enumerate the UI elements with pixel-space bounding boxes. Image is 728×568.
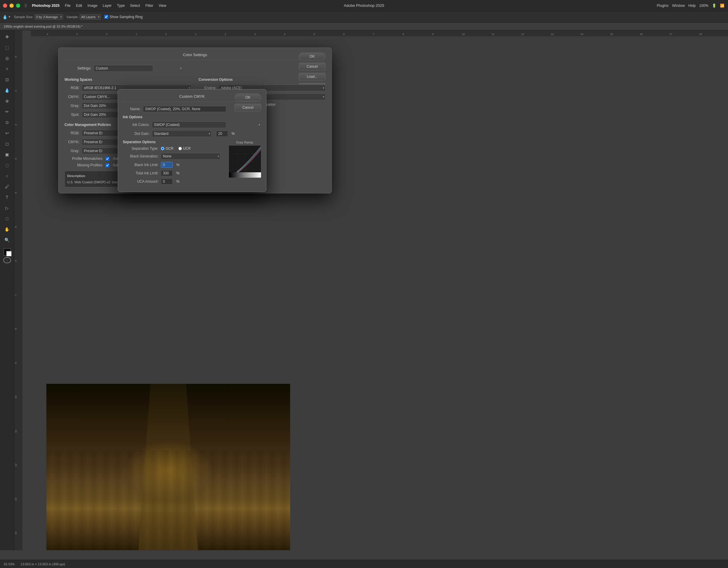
history-brush[interactable]: ↩ bbox=[2, 128, 12, 138]
profile-mismatches-checkbox[interactable] bbox=[106, 157, 109, 161]
menu-layer[interactable]: Layer bbox=[103, 4, 112, 8]
sample-size-select[interactable]: 3 by 3 Average bbox=[34, 14, 63, 20]
black-gen-row: Black Generation: None bbox=[123, 153, 224, 160]
black-ink-limit-row: Black Ink Limit: % bbox=[123, 162, 224, 168]
minimize-button[interactable] bbox=[10, 4, 14, 8]
rgb-policy-label: RGB: bbox=[65, 131, 79, 135]
ok-button[interactable]: OK bbox=[299, 53, 326, 60]
ink-options-title: Ink Options bbox=[123, 115, 261, 119]
crop-tool[interactable]: ⊡ bbox=[2, 75, 12, 84]
ucr-radio[interactable] bbox=[178, 147, 182, 150]
sampling-ring-label: Show Sampling Ring bbox=[109, 15, 142, 19]
titlebar:  Photoshop 2025 File Edit Image Layer T… bbox=[0, 0, 728, 11]
text-tool[interactable]: T bbox=[2, 193, 12, 202]
dot-gain-value-input[interactable] bbox=[216, 131, 228, 137]
menu-edit[interactable]: Edit bbox=[76, 4, 82, 8]
move-tool[interactable]: ✥ bbox=[2, 32, 12, 42]
blur-tool[interactable]: ◌ bbox=[2, 161, 12, 170]
sep-type-radio-group[interactable]: GCR UCR bbox=[161, 147, 191, 151]
status-bar: 33.33% 13.653 in × 13.653 in (300 ppi) bbox=[0, 560, 728, 568]
cancel-button[interactable]: Cancel bbox=[299, 63, 326, 70]
sampling-ring-checkbox-group[interactable]: Show Sampling Ring bbox=[104, 15, 142, 19]
ruler-left: 0 1 2 3 4 5 6 7 8 9 10 11 12 13 14 bbox=[14, 39, 23, 550]
zoom-tool[interactable]: 🔍 bbox=[2, 235, 12, 245]
zoom-level: 100% bbox=[699, 4, 708, 8]
total-ink-limit-row: Total Ink Limit: % bbox=[123, 170, 224, 176]
dodge-tool[interactable]: ○ bbox=[2, 171, 12, 181]
cmyk-cancel-button[interactable]: Cancel bbox=[235, 104, 261, 111]
hand-tool[interactable]: ✋ bbox=[2, 225, 12, 234]
traffic-lights[interactable] bbox=[3, 4, 20, 8]
eyedropper-tool[interactable]: 💧 bbox=[2, 86, 12, 95]
cmyk-name-label: Name: bbox=[123, 107, 141, 111]
total-ink-limit-input[interactable] bbox=[161, 170, 173, 176]
cmyk-name-input[interactable] bbox=[143, 106, 226, 112]
eraser-tool[interactable]: ◻ bbox=[2, 139, 12, 149]
select-tool[interactable]: ⬚ bbox=[2, 43, 12, 52]
profile-mismatches-label: Profile Mismatches: bbox=[65, 157, 103, 161]
menu-select[interactable]: Select bbox=[130, 4, 140, 8]
settings-label: Settings: bbox=[65, 66, 91, 70]
sampling-ring-checkbox[interactable] bbox=[104, 15, 108, 19]
help-menu[interactable]: Help bbox=[688, 4, 696, 8]
quick-mask[interactable]: ○ bbox=[3, 257, 11, 263]
window-title: Adobe Photoshop 2025 bbox=[344, 3, 384, 8]
black-ink-limit-input[interactable] bbox=[161, 162, 173, 168]
canvas-viewport[interactable]: Color Settings OK Cancel Load... Save...… bbox=[23, 39, 728, 550]
black-ink-pct: % bbox=[176, 163, 180, 167]
gradient-tool[interactable]: ▣ bbox=[2, 150, 12, 159]
dot-gain-pct: % bbox=[232, 132, 235, 136]
total-ink-limit-label: Total Ink Limit: bbox=[123, 171, 158, 175]
plugins-menu[interactable]: Plugins bbox=[657, 4, 669, 8]
maximize-button[interactable] bbox=[16, 4, 20, 8]
shape-tool[interactable]: □ bbox=[2, 214, 12, 224]
uca-pct: % bbox=[176, 180, 180, 184]
ucr-label: UCR bbox=[183, 147, 191, 151]
canvas-area: 4 3 2 1 0 1 2 3 4 5 6 7 8 9 10 11 12 bbox=[14, 30, 728, 550]
titlebar-right: Plugins Window Help 100% 🔋 📶 bbox=[657, 4, 724, 8]
black-gen-select[interactable]: None bbox=[161, 153, 220, 160]
separation-options-section: Separation Options Gray Ramp: bbox=[123, 140, 261, 185]
heal-tool[interactable]: ⊕ bbox=[2, 96, 12, 106]
path-select[interactable]: ▷ bbox=[2, 203, 12, 213]
sample-select[interactable]: All Layers bbox=[80, 14, 101, 20]
ink-colors-select[interactable]: SWOP (Coated) bbox=[152, 122, 226, 128]
sep-type-row: Separation Type: GCR UCR bbox=[123, 147, 224, 151]
ruler-top: 4 3 2 1 0 1 2 3 4 5 6 7 8 9 10 11 12 bbox=[31, 30, 728, 36]
clone-tool[interactable]: ⊙ bbox=[2, 118, 12, 127]
menu-view[interactable]: View bbox=[159, 4, 166, 8]
custom-cmyk-buttons: OK Cancel bbox=[235, 94, 261, 111]
main-area: ✥ ⬚ ◎ ✧ ⊡ 💧 ⊕ ✏ ⊙ ↩ ◻ ▣ ◌ ○ 🖊 T ▷ □ ✋ 🔍 … bbox=[0, 30, 728, 550]
pen-tool[interactable]: 🖊 bbox=[2, 182, 12, 191]
settings-select[interactable]: Custom bbox=[94, 65, 153, 72]
sample-size-label: Sample Size: bbox=[14, 15, 33, 19]
ucr-radio-item[interactable]: UCR bbox=[178, 147, 191, 151]
window-menu[interactable]: Window bbox=[672, 4, 685, 8]
magic-wand-tool[interactable]: ✧ bbox=[2, 64, 12, 74]
ink-colors-row: Ink Colors: SWOP (Coated) bbox=[123, 122, 261, 128]
canvas-image bbox=[46, 384, 290, 550]
brush-tool[interactable]: ✏ bbox=[2, 107, 12, 117]
uca-amount-input[interactable] bbox=[161, 179, 173, 185]
document-tab[interactable]: 1950s english street evening.psd @ 33.3%… bbox=[0, 23, 728, 30]
gray-policy-label: Gray: bbox=[65, 149, 79, 153]
load-button[interactable]: Load... bbox=[299, 73, 326, 81]
gray-label: Gray: bbox=[65, 104, 79, 108]
lasso-tool[interactable]: ◎ bbox=[2, 54, 12, 63]
missing-profiles-checkbox[interactable] bbox=[106, 163, 109, 167]
dot-gain-type-select[interactable]: Standard bbox=[152, 130, 211, 137]
color-settings-dialog: Color Settings OK Cancel Load... Save...… bbox=[58, 48, 332, 194]
menu-image[interactable]: Image bbox=[87, 4, 97, 8]
total-ink-pct: % bbox=[176, 171, 180, 175]
menu-filter[interactable]: Filter bbox=[145, 4, 153, 8]
document-title: 1950s english street evening.psd @ 33.3%… bbox=[4, 25, 83, 28]
menu-file[interactable]: File bbox=[65, 4, 70, 8]
working-spaces-title: Working Spaces bbox=[65, 78, 191, 82]
menu-type[interactable]: Type bbox=[117, 4, 125, 8]
gcr-radio-item[interactable]: GCR bbox=[161, 147, 174, 151]
gcr-radio[interactable] bbox=[161, 147, 164, 150]
uca-amount-row: UCA Amount: % bbox=[123, 179, 261, 185]
sample-label: Sample: bbox=[67, 15, 78, 19]
cmyk-ok-button[interactable]: OK bbox=[235, 94, 261, 101]
close-button[interactable] bbox=[3, 4, 7, 8]
